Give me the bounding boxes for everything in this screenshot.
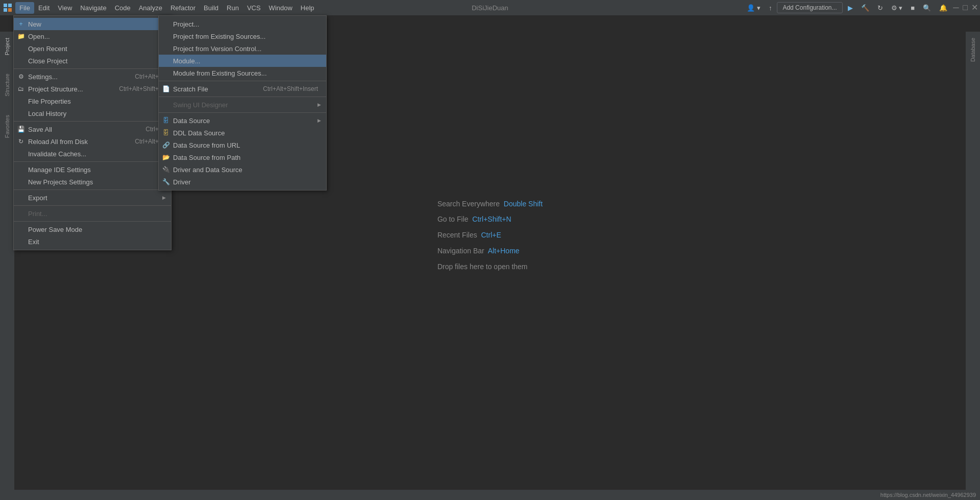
- menu-item-local-history[interactable]: Local History: [14, 107, 171, 120]
- menu-analyze[interactable]: Analyze: [135, 2, 166, 14]
- file-menu: + New 📁 Open... Open Recent Close Projec…: [13, 15, 172, 250]
- new-submenu-driver-datasource[interactable]: 🔌 Driver and Data Source: [159, 163, 326, 176]
- new-submenu-project-vcs[interactable]: Project from Version Control...: [159, 42, 326, 55]
- sidebar-tab-project[interactable]: Project: [2, 34, 12, 59]
- menu-help[interactable]: Help: [297, 2, 318, 14]
- svg-rect-2: [4, 8, 7, 12]
- add-configuration-button[interactable]: Add Configuration...: [777, 2, 842, 13]
- menu-item-open[interactable]: 📁 Open...: [14, 30, 171, 42]
- menu-item-new[interactable]: + New: [14, 18, 171, 30]
- navigation-bar-hint: Navigation Bar Alt+Home: [437, 243, 543, 259]
- new-sep-1: [159, 81, 326, 81]
- app-title: DiSiJieDuan: [472, 4, 508, 12]
- settings-icon: ⚙: [17, 73, 25, 81]
- stop-button[interactable]: ■: [908, 3, 918, 13]
- search-everywhere-hint: Search Everywhere Double Shift: [437, 196, 543, 212]
- separator-1: [14, 68, 171, 69]
- menu-vcs[interactable]: VCS: [243, 2, 265, 14]
- new-submenu-ddl-datasource[interactable]: 🗄 DDL Data Source: [159, 127, 326, 139]
- right-sidebar: Database: [966, 32, 980, 500]
- notifications-button[interactable]: 🔔: [936, 3, 950, 13]
- new-submenu-datasource[interactable]: 🗄 Data Source: [159, 114, 326, 127]
- datasource-url-icon: 🔗: [162, 141, 170, 149]
- new-submenu-project-existing[interactable]: Project from Existing Sources...: [159, 30, 326, 42]
- new-submenu-module-existing[interactable]: Module from Existing Sources...: [159, 67, 326, 79]
- menu-item-close-project[interactable]: Close Project: [14, 55, 171, 67]
- menu-item-open-recent[interactable]: Open Recent: [14, 42, 171, 55]
- separator-6: [14, 221, 171, 222]
- menubar: File Edit View Navigate Code Analyze Ref…: [0, 0, 980, 15]
- datasource-icon: 🗄: [162, 116, 170, 125]
- new-icon: +: [17, 20, 25, 28]
- menu-view[interactable]: View: [54, 2, 76, 14]
- statusbar: https://blog.csdn.net/weixin_44962939: [0, 490, 980, 500]
- new-submenu-datasource-path[interactable]: 📂 Data Source from Path: [159, 151, 326, 163]
- goto-file-hint: Go to File Ctrl+Shift+N: [437, 211, 543, 227]
- menu-window[interactable]: Window: [265, 2, 297, 14]
- menu-item-save-all[interactable]: 💾 Save All Ctrl+S: [14, 123, 171, 135]
- separator-2: [14, 121, 171, 122]
- datasource-path-icon: 📂: [162, 153, 170, 161]
- separator-4: [14, 189, 171, 190]
- menu-build[interactable]: Build: [200, 2, 223, 14]
- run-button[interactable]: ▶: [845, 3, 856, 13]
- maximize-button[interactable]: □: [962, 4, 969, 11]
- driver-datasource-icon: 🔌: [162, 165, 170, 174]
- reload-button[interactable]: ↻: [874, 3, 886, 13]
- menu-item-exit[interactable]: Exit: [14, 235, 171, 248]
- ddl-datasource-icon: 🗄: [162, 129, 170, 137]
- sidebar-tab-database[interactable]: Database: [968, 34, 978, 66]
- menu-code[interactable]: Code: [111, 2, 135, 14]
- new-submenu-driver[interactable]: 🔧 Driver: [159, 176, 326, 188]
- profile-button[interactable]: 👤 ▾: [744, 3, 764, 13]
- menu-item-manage-ide[interactable]: Manage IDE Settings: [14, 163, 171, 176]
- project-structure-icon: 🗂: [17, 85, 25, 93]
- sidebar-tab-favorites[interactable]: Favorites: [2, 111, 12, 142]
- build-button[interactable]: 🔨: [858, 3, 872, 13]
- open-folder-icon: 📁: [17, 32, 25, 40]
- menu-refactor[interactable]: Refactor: [166, 2, 200, 14]
- driver-icon: 🔧: [162, 178, 170, 186]
- new-submenu-module[interactable]: Module...: [159, 55, 326, 67]
- new-submenu-swing: Swing UI Designer: [159, 99, 326, 111]
- menu-item-settings[interactable]: ⚙ Settings... Ctrl+Alt+S: [14, 70, 171, 83]
- menubar-right: 👤 ▾ ↑ Add Configuration... ▶ 🔨 ↻ ⚙ ▾ ■ 🔍…: [744, 2, 978, 13]
- welcome-area: Search Everywhere Double Shift Go to Fil…: [437, 196, 543, 275]
- vcs-update-button[interactable]: ↑: [766, 3, 775, 13]
- new-sep-3: [159, 112, 326, 113]
- menu-item-reload-disk[interactable]: ↻ Reload All from Disk Ctrl+Alt+Y: [14, 135, 171, 148]
- close-button[interactable]: ✕: [971, 4, 978, 11]
- svg-rect-1: [8, 4, 12, 7]
- menu-item-invalidate-caches[interactable]: Invalidate Caches...: [14, 148, 171, 160]
- save-icon: 💾: [17, 125, 25, 133]
- menu-navigate[interactable]: Navigate: [76, 2, 110, 14]
- sidebar-tab-structure[interactable]: Structure: [2, 69, 12, 101]
- statusbar-url: https://blog.csdn.net/weixin_44962939: [880, 492, 976, 498]
- menu-item-power-save[interactable]: Power Save Mode: [14, 223, 171, 235]
- new-submenu-datasource-url[interactable]: 🔗 Data Source from URL: [159, 139, 326, 151]
- minimize-button[interactable]: ─: [952, 4, 960, 11]
- separator-3: [14, 161, 171, 162]
- menu-item-new-projects-settings[interactable]: New Projects Settings: [14, 176, 171, 188]
- more-actions-button[interactable]: ⚙ ▾: [888, 3, 906, 13]
- reload-disk-icon: ↻: [17, 137, 25, 146]
- menu-run[interactable]: Run: [223, 2, 243, 14]
- left-sidebar: Project Structure Favorites: [0, 32, 14, 500]
- menu-item-file-properties[interactable]: File Properties: [14, 95, 171, 107]
- menu-item-project-structure[interactable]: 🗂 Project Structure... Ctrl+Alt+Shift+S: [14, 83, 171, 95]
- separator-5: [14, 205, 171, 206]
- app-logo: [2, 2, 13, 13]
- search-everywhere-button[interactable]: 🔍: [920, 3, 934, 13]
- new-submenu-project[interactable]: Project...: [159, 18, 326, 30]
- menu-item-export[interactable]: Export: [14, 192, 171, 204]
- menu-file[interactable]: File: [15, 2, 34, 14]
- drop-files-hint: Drop files here to open them: [437, 259, 543, 275]
- new-submenu-scratch[interactable]: 📄 Scratch File Ctrl+Alt+Shift+Insert: [159, 83, 326, 95]
- new-submenu: Project... Project from Existing Sources…: [158, 15, 327, 191]
- recent-files-hint: Recent Files Ctrl+E: [437, 227, 543, 243]
- svg-rect-3: [8, 8, 12, 12]
- menu-item-print: Print...: [14, 207, 171, 220]
- scratch-file-icon: 📄: [162, 85, 170, 93]
- svg-rect-0: [4, 4, 7, 7]
- menu-edit[interactable]: Edit: [34, 2, 54, 14]
